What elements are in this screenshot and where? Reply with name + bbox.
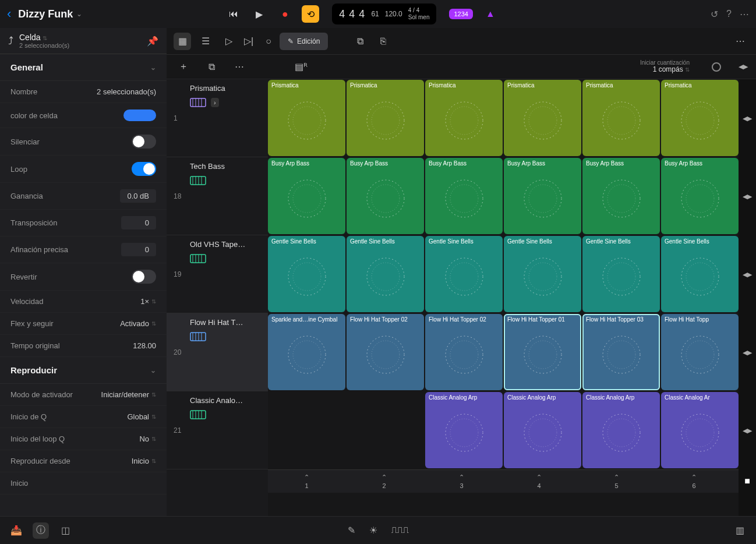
region-inspector-icon[interactable]: ▤ᴿ bbox=[292, 58, 310, 76]
loop-cell[interactable] bbox=[268, 392, 345, 468]
project-title[interactable]: Dizzy Funk bbox=[18, 8, 73, 20]
lcd-display[interactable]: 4 4 4 61 120.0 4 / 4 Sol men bbox=[332, 3, 436, 24]
add-track-icon[interactable]: ＋ bbox=[175, 58, 192, 76]
loop-cell[interactable]: Prismatica bbox=[582, 80, 660, 156]
record-perform-icon[interactable]: ○ bbox=[260, 33, 277, 50]
row-trigger-button[interactable]: ◀▶ bbox=[739, 235, 756, 313]
origtempo-value[interactable]: 128.00 bbox=[133, 341, 156, 350]
metronome-icon[interactable]: ▲ bbox=[486, 9, 495, 19]
mixer-icon[interactable]: ⎍⎍⎍ bbox=[391, 525, 409, 536]
help-icon[interactable]: ? bbox=[726, 9, 732, 20]
cycle-button[interactable]: ⟲ bbox=[302, 5, 319, 23]
divider-toggle-icon[interactable]: ◀▶ bbox=[739, 63, 748, 70]
undo-icon[interactable]: ↺ bbox=[711, 9, 718, 20]
scene-trigger-button[interactable]: ⌃6 bbox=[655, 470, 733, 493]
section-general-header[interactable]: General ⌄ bbox=[0, 54, 167, 81]
loop-cell[interactable]: Prismatica bbox=[268, 80, 345, 156]
loop-cell[interactable]: Classic Analog Ar bbox=[661, 392, 739, 468]
quantize-menu[interactable]: Iniciar cuantización 1 compás ⇅ bbox=[640, 59, 690, 73]
pin-icon[interactable]: 📌 bbox=[147, 36, 158, 47]
loop-cell[interactable]: Flow Hi Hat Topper 02 bbox=[347, 314, 424, 390]
global-stop-icon[interactable] bbox=[712, 62, 721, 72]
list-view-icon[interactable]: ☰ bbox=[197, 33, 214, 50]
reverse-toggle[interactable] bbox=[132, 270, 156, 284]
inspector-selector-label[interactable]: Celda ⇅ bbox=[19, 33, 69, 42]
gain-value[interactable]: 0.0 dB bbox=[120, 189, 156, 203]
track-header[interactable]: 21 Classic Analo… bbox=[167, 391, 268, 469]
transpose-value[interactable]: 0 bbox=[121, 216, 156, 229]
loop-cell[interactable]: Gentle Sine Bells bbox=[347, 236, 424, 312]
more-icon[interactable]: ⋯ bbox=[740, 9, 749, 20]
row-trigger-button[interactable]: ◀▶ bbox=[739, 391, 756, 469]
row-trigger-button[interactable]: ◀▶ bbox=[739, 157, 756, 235]
loop-cell[interactable]: Gentle Sine Bells bbox=[582, 236, 660, 312]
row-trigger-button[interactable]: ◀▶ bbox=[739, 79, 756, 157]
scene-trigger-button[interactable]: ⌃5 bbox=[578, 470, 655, 493]
loop-cell[interactable]: Gentle Sine Bells bbox=[268, 236, 345, 312]
grid-view-icon[interactable]: ▦ bbox=[174, 33, 191, 50]
loop-cell[interactable]: Gentle Sine Bells bbox=[504, 236, 581, 312]
inbox-icon[interactable]: 📥 bbox=[8, 522, 24, 539]
cell-color-swatch[interactable] bbox=[123, 109, 156, 121]
q-start-value[interactable]: Global⇅ bbox=[127, 412, 156, 421]
loop-cell[interactable]: Prismatica bbox=[661, 80, 739, 156]
selection-icon[interactable]: ⧉ bbox=[351, 33, 369, 50]
track-more-icon[interactable]: ⋯ bbox=[231, 58, 248, 76]
track-header[interactable]: 20 Flow Hi Hat T… bbox=[167, 313, 268, 391]
loop-cell[interactable]: Busy Arp Bass bbox=[504, 158, 581, 234]
copy-icon[interactable]: ⎘ bbox=[375, 33, 392, 50]
play-button[interactable]: ▶ bbox=[250, 5, 268, 23]
loop-cell[interactable]: Busy Arp Bass bbox=[661, 158, 739, 234]
loop-cell[interactable]: Flow Hi Hat Topper 02 bbox=[425, 314, 503, 390]
mute-toggle[interactable] bbox=[132, 135, 156, 149]
nav-up-icon[interactable]: ⤴ bbox=[8, 35, 13, 47]
project-menu-chevron[interactable]: ⌄ bbox=[76, 10, 82, 18]
track-header[interactable]: 1 Prismatica › bbox=[167, 79, 268, 157]
section-reproduce-header[interactable]: Reproducir ⌄ bbox=[0, 357, 167, 384]
loop-cell[interactable] bbox=[347, 392, 424, 468]
scene-trigger-button[interactable]: ⌃3 bbox=[423, 470, 500, 493]
trigger-mode-value[interactable]: Iniciar/detener⇅ bbox=[101, 390, 156, 399]
back-button[interactable]: ‹ bbox=[7, 6, 11, 22]
count-in-pill[interactable]: 1234 bbox=[449, 9, 472, 19]
loop-cell[interactable]: Gentle Sine Bells bbox=[425, 236, 503, 312]
loop-cell[interactable]: Flow Hi Hat Topper 01 bbox=[504, 314, 581, 390]
finetune-value[interactable]: 0 bbox=[121, 243, 156, 256]
scene-trigger-button[interactable]: ⌃2 bbox=[345, 470, 423, 493]
scene-trigger-button[interactable]: ⌃4 bbox=[500, 470, 578, 493]
q-loop-start-value[interactable]: No⇅ bbox=[139, 435, 156, 443]
smart-controls-icon[interactable]: ☀ bbox=[369, 525, 377, 536]
loop-cell[interactable]: Flow Hi Hat Topper 03 bbox=[582, 314, 660, 390]
duplicate-track-icon[interactable]: ⧉ bbox=[203, 58, 220, 76]
edit-tool-icon[interactable]: ✎ bbox=[348, 525, 355, 536]
info-icon[interactable]: ⓘ bbox=[33, 522, 49, 539]
loop-toggle[interactable] bbox=[132, 162, 156, 176]
grid-more-icon[interactable]: ⋯ bbox=[732, 33, 749, 50]
go-to-start-button[interactable]: ⏮ bbox=[225, 5, 242, 23]
play-queue-icon[interactable]: ▷| bbox=[240, 33, 257, 50]
stop-all-button[interactable]: ■ bbox=[739, 469, 756, 493]
loop-cell[interactable]: Classic Analog Arp bbox=[504, 392, 581, 468]
track-header[interactable]: 18 Tech Bass bbox=[167, 157, 268, 235]
loop-cell[interactable]: Busy Arp Bass bbox=[425, 158, 503, 234]
loop-cell[interactable]: Classic Analog Arp bbox=[425, 392, 503, 468]
loop-cell[interactable]: Prismatica bbox=[425, 80, 503, 156]
play-from-value[interactable]: Inicio⇅ bbox=[132, 457, 156, 465]
open-plugin-icon[interactable]: › bbox=[211, 98, 219, 107]
play-scene-icon[interactable]: ▷ bbox=[220, 33, 238, 50]
row-trigger-button[interactable]: ◀▶ bbox=[739, 313, 756, 391]
loop-cell[interactable]: Flow Hi Hat Topp bbox=[661, 314, 739, 390]
scene-trigger-button[interactable]: ⌃1 bbox=[268, 470, 345, 493]
piano-roll-icon[interactable]: ▥ bbox=[732, 522, 748, 539]
loop-cell[interactable]: Sparkle and…ine Cymbal bbox=[268, 314, 345, 390]
record-button[interactable]: ● bbox=[276, 5, 294, 23]
flex-value[interactable]: Activado⇅ bbox=[120, 319, 156, 328]
loop-cell[interactable]: Busy Arp Bass bbox=[582, 158, 660, 234]
loop-cell[interactable]: Busy Arp Bass bbox=[347, 158, 424, 234]
loop-cell[interactable]: Classic Analog Arp bbox=[582, 392, 660, 468]
speed-value[interactable]: 1×⇅ bbox=[140, 297, 156, 306]
loop-cell[interactable]: Prismatica bbox=[504, 80, 581, 156]
loop-cell[interactable]: Busy Arp Bass bbox=[268, 158, 345, 234]
track-header[interactable]: 19 Old VHS Tape… bbox=[167, 235, 268, 313]
loop-cell[interactable]: Gentle Sine Bells bbox=[661, 236, 739, 312]
